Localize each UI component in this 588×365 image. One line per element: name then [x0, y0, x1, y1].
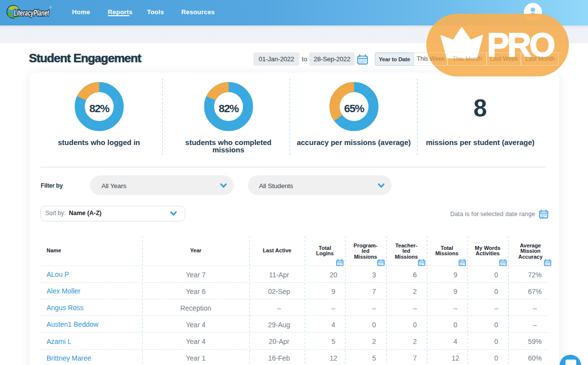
svg-text:65%: 65% [344, 102, 364, 114]
svg-text:®: ® [49, 6, 52, 9]
svg-text:LiteracyPlanet: LiteracyPlanet [14, 8, 49, 18]
svg-text:82%: 82% [89, 102, 109, 114]
svg-text:82%: 82% [219, 102, 239, 114]
